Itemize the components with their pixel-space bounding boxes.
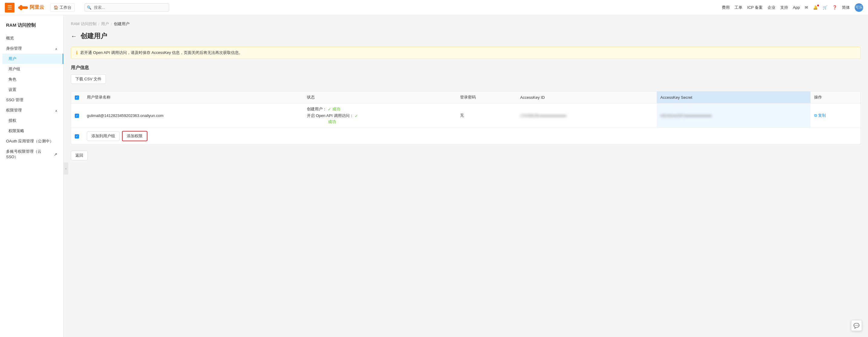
row-checkbox[interactable]: ✓ bbox=[75, 114, 79, 118]
section-title: 用户信息 bbox=[71, 65, 861, 71]
row-accesskey-id: LTAIStBUBc●●●●●●●●●●●● bbox=[517, 103, 657, 128]
status-success2: 成功 bbox=[328, 119, 336, 124]
logo-text: 阿里云 bbox=[30, 4, 44, 10]
nav-enterprise[interactable]: 企业 bbox=[768, 5, 775, 10]
accesskey-secret-value: Ie5UkSnarGKU●●●●●●●●●●●● bbox=[660, 114, 712, 118]
sidebar-item-usergroups[interactable]: 用户组 bbox=[2, 64, 63, 74]
sidebar-item-settings[interactable]: 设置 bbox=[2, 85, 63, 95]
oauth-label: OAuth 应用管理（公测中） bbox=[6, 139, 54, 144]
sidebar-item-roles[interactable]: 角色 bbox=[2, 74, 63, 85]
sidebar-item-overview[interactable]: 概览 bbox=[0, 33, 63, 43]
settings-label: 设置 bbox=[8, 87, 17, 92]
th-username: 用户登录名称 bbox=[83, 91, 303, 103]
sidebar-item-sso[interactable]: SSO 管理 bbox=[0, 95, 63, 105]
accesskey-id-value: LTAIStBUBc●●●●●●●●●●●● bbox=[520, 114, 566, 118]
row-username: gulimall@1412823459202363.onaliyun.com bbox=[83, 103, 303, 128]
th-status: 状态 bbox=[303, 91, 456, 103]
breadcrumb-sep1: / bbox=[98, 22, 100, 26]
th-operation: 操作 bbox=[810, 91, 861, 103]
th-checkbox: ✓ bbox=[71, 91, 83, 103]
sidebar-item-oauth[interactable]: OAuth 应用管理（公测中） bbox=[0, 136, 63, 146]
workbench-button[interactable]: 🏠 工作台 bbox=[50, 3, 75, 12]
workbench-label: 工作台 bbox=[60, 5, 71, 10]
cart-icon[interactable]: 🛒 bbox=[823, 5, 828, 10]
notification-bell[interactable]: 🔔 bbox=[813, 5, 818, 10]
breadcrumb-users[interactable]: 用户 bbox=[101, 21, 109, 27]
external-link-icon: ↗ bbox=[54, 152, 57, 157]
sidebar-item-users[interactable]: 用户 bbox=[2, 54, 63, 64]
sidebar-item-permission-policy[interactable]: 权限策略 bbox=[2, 126, 63, 136]
search-container: 🔍 bbox=[85, 3, 206, 11]
action-row-checkbox[interactable]: ✓ bbox=[75, 134, 79, 139]
th-accesskey-id: AccessKey ID bbox=[517, 91, 657, 103]
breadcrumb-sep2: / bbox=[111, 22, 112, 26]
row-checkbox-cell: ✓ bbox=[71, 103, 83, 128]
row-status: 创建用户： ✓ 成功 开启 Open API 调用访问： ✓ 成功 bbox=[303, 103, 456, 128]
download-csv-button[interactable]: 下载 CSV 文件 bbox=[71, 74, 106, 84]
roles-label: 角色 bbox=[8, 77, 17, 82]
usergroups-label: 用户组 bbox=[8, 66, 20, 72]
nav-workorder[interactable]: 工单 bbox=[735, 5, 742, 10]
permission-policy-label: 权限策略 bbox=[8, 128, 24, 134]
sidebar-section-permissions[interactable]: 权限管理 bbox=[0, 105, 63, 115]
svg-rect-1 bbox=[20, 5, 22, 10]
hamburger-menu[interactable]: ☰ bbox=[5, 3, 14, 12]
permissions-submenu: 授权 权限策略 bbox=[0, 115, 63, 136]
nav-right-items: 费用 工单 ICP 备案 企业 支持 App ✉ 🔔 🛒 ❓ 简体 可乐 bbox=[722, 3, 863, 12]
identity-collapse-icon bbox=[55, 46, 57, 51]
search-icon: 🔍 bbox=[87, 5, 91, 10]
sidebar-collapse-toggle[interactable]: ‹ bbox=[64, 163, 68, 174]
row-operation: ⧉ 复制 bbox=[810, 103, 861, 128]
status-check1: ✓ bbox=[328, 107, 331, 112]
status-line1: 创建用户： bbox=[307, 106, 327, 112]
permissions-collapse-icon bbox=[55, 108, 57, 113]
sidebar-section-identity[interactable]: 身份管理 bbox=[0, 43, 63, 54]
action-table-row: ✓ 添加到用户组 添加权限 bbox=[71, 128, 861, 145]
aliyun-logo-icon bbox=[18, 4, 28, 11]
warning-icon: ℹ bbox=[76, 50, 78, 55]
back-arrow-icon[interactable]: ← bbox=[71, 33, 77, 40]
breadcrumb-root[interactable]: RAM 访问控制 bbox=[71, 21, 97, 27]
action-checkbox-cell: ✓ bbox=[71, 128, 83, 145]
th-accesskey-secret: AccessKey Secret bbox=[657, 91, 810, 103]
main-content: RAM 访问控制 / 用户 / 创建用户 ← 创建用户 ℹ 若开通 Open A… bbox=[64, 15, 868, 337]
warning-text: 若开通 Open API 调用访问，请及时保存 AccessKey 信息，页面关… bbox=[80, 50, 243, 55]
identity-submenu: 用户 用户组 角色 设置 bbox=[0, 54, 63, 95]
row-accesskey-secret: Ie5UkSnarGKU●●●●●●●●●●●● bbox=[657, 103, 810, 128]
identity-label: 身份管理 bbox=[6, 46, 22, 51]
add-to-group-button[interactable]: 添加到用户组 bbox=[87, 131, 120, 141]
nav-icp[interactable]: ICP 备案 bbox=[747, 5, 763, 10]
status-success1: 成功 bbox=[332, 106, 340, 112]
copy-button[interactable]: ⧉ 复制 bbox=[814, 113, 857, 118]
back-button[interactable]: 返回 bbox=[71, 150, 88, 160]
sidebar-item-authorization[interactable]: 授权 bbox=[2, 115, 63, 126]
sidebar: RAM 访问控制 概览 身份管理 用户 用户组 角色 设置 SSO 管理 bbox=[0, 15, 64, 337]
help-icon[interactable]: ❓ bbox=[832, 5, 837, 10]
svg-rect-0 bbox=[18, 6, 28, 9]
top-navigation: ☰ 阿里云 🏠 工作台 🔍 费用 工单 ICP 备案 企业 支持 App ✉ 🔔… bbox=[0, 0, 868, 15]
nav-app[interactable]: App bbox=[793, 5, 800, 10]
add-permission-button[interactable]: 添加权限 bbox=[122, 131, 147, 141]
warning-banner: ℹ 若开通 Open API 调用访问，请及时保存 AccessKey 信息，页… bbox=[71, 47, 861, 59]
overview-label: 概览 bbox=[6, 35, 14, 41]
search-input[interactable] bbox=[85, 3, 169, 11]
th-password: 登录密码 bbox=[456, 91, 517, 103]
status-check2: ✓ bbox=[355, 114, 358, 118]
user-info-table: ✓ 用户登录名称 状态 登录密码 AccessKey ID AccessKey … bbox=[71, 91, 861, 145]
sidebar-item-multi-account[interactable]: 多账号权限管理（云 SSO） ↗ bbox=[0, 146, 63, 162]
main-layout: RAM 访问控制 概览 身份管理 用户 用户组 角色 设置 SSO 管理 bbox=[0, 15, 868, 337]
nav-fees[interactable]: 费用 bbox=[722, 5, 730, 10]
avatar[interactable]: 可乐 bbox=[855, 3, 863, 12]
nav-support[interactable]: 支持 bbox=[780, 5, 788, 10]
select-all-checkbox[interactable]: ✓ bbox=[75, 95, 79, 100]
page-title: 创建用户 bbox=[81, 31, 107, 40]
simplified-label[interactable]: 简体 bbox=[842, 5, 850, 10]
page-header: ← 创建用户 bbox=[71, 31, 861, 40]
mail-icon[interactable]: ✉ bbox=[805, 5, 808, 10]
table: ✓ 用户登录名称 状态 登录密码 AccessKey ID AccessKey … bbox=[71, 91, 861, 144]
sidebar-collapse-icon: ‹ bbox=[65, 167, 66, 170]
chat-widget[interactable]: 💬 bbox=[851, 320, 862, 331]
status-line2: 开启 Open API 调用访问： bbox=[307, 113, 353, 118]
permissions-label: 权限管理 bbox=[6, 108, 22, 113]
copy-icon: ⧉ bbox=[814, 113, 817, 118]
